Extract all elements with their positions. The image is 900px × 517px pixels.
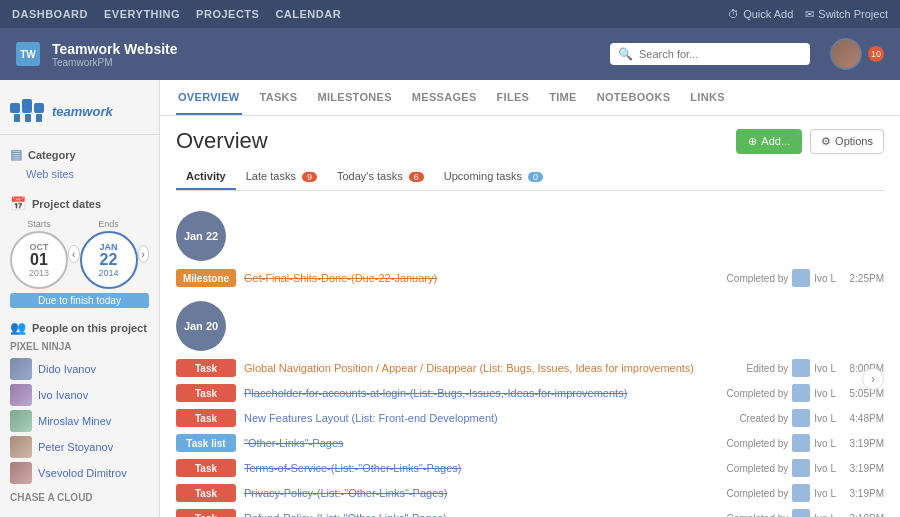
sidebar: teamwork ▤ Category Web sites 📅 Project …: [0, 80, 160, 517]
user-avatar[interactable]: [830, 38, 862, 70]
svg-rect-2: [34, 103, 44, 113]
tag-tasklist-4: Task list: [176, 434, 236, 452]
timeline-section-jan22: Jan 22 Milestone Get-Final-Shits-Done-(D…: [176, 203, 884, 289]
timeline-time-7: 3:19PM: [844, 513, 884, 518]
person-name-0: Dido Ivanov: [38, 363, 96, 375]
notification-badge[interactable]: 10: [868, 46, 884, 62]
add-button[interactable]: ⊕ Add...: [736, 129, 802, 154]
timeline-meta-5: Completed by Ivo L: [727, 459, 836, 477]
due-today-badge: Due to finish today: [10, 293, 149, 308]
date-nav-left[interactable]: ‹: [68, 245, 80, 263]
person-avatar-0: [10, 358, 32, 380]
timeline-avatar-5: [792, 459, 810, 477]
tab-time[interactable]: TIME: [547, 80, 578, 115]
person-item-2[interactable]: Miroslav Minev: [10, 408, 149, 434]
project-title-block: Teamwork Website TeamworkPM: [52, 41, 178, 68]
sidebar-dates-header: 📅 Project dates: [10, 196, 149, 211]
timeline-time-3: 4:48PM: [844, 413, 884, 424]
timeline-task-name-4[interactable]: "Other-Links"-Pages: [244, 437, 719, 449]
tab-links[interactable]: LINKS: [688, 80, 727, 115]
person-name-3: Peter Stoyanov: [38, 441, 113, 453]
tag-task-1: Task: [176, 359, 236, 377]
date-circles: Starts OCT 01 2013 ‹ Ends JAN 22 2014: [10, 219, 149, 289]
timeline-avatar-0: [792, 269, 810, 287]
timeline-meta-2: Completed by Ivo L: [727, 384, 836, 402]
person-avatar-1: [10, 384, 32, 406]
project-name: Teamwork Website: [52, 41, 178, 57]
timeline-meta-3: Created by Ivo L: [739, 409, 836, 427]
timeline-meta-1: Edited by Ivo L: [747, 359, 836, 377]
ends-label: Ends: [80, 219, 138, 229]
project-subtitle: TeamworkPM: [52, 57, 178, 68]
person-item-3[interactable]: Peter Stoyanov: [10, 434, 149, 460]
switch-project-button[interactable]: ✉ Switch Project: [805, 8, 888, 21]
sidebar-people-section: 👥 People on this project PIXEL NINJA Did…: [0, 314, 159, 513]
timeline-task-name-7[interactable]: Refund-Policy-(List:-"Other-Links"-Pages…: [244, 512, 719, 517]
timeline-time-5: 3:19PM: [844, 463, 884, 474]
activity-tab-late[interactable]: Late tasks 9: [236, 164, 327, 190]
quick-add-button[interactable]: ⏱ Quick Add: [728, 8, 793, 20]
search-input[interactable]: [639, 48, 802, 60]
person-avatar-2: [10, 410, 32, 432]
timeline-task-name-5[interactable]: Terms-of-Service-(List:-"Other-Links"-Pa…: [244, 462, 719, 474]
person-item-1[interactable]: Ivo Ivanov: [10, 382, 149, 408]
person-item-4[interactable]: Vsevolod Dimitrov: [10, 460, 149, 486]
timeline-time-2: 5:05PM: [844, 388, 884, 399]
main-layout: teamwork ▤ Category Web sites 📅 Project …: [0, 80, 900, 517]
timeline-task-name-2[interactable]: Placeholder-for-accounts-at-login-(List:…: [244, 387, 719, 399]
timeline-row-7: Task Refund-Policy-(List:-"Other-Links"-…: [176, 507, 884, 517]
tab-overview[interactable]: OVERVIEW: [176, 80, 242, 115]
tag-task-3: Task: [176, 409, 236, 427]
timeline-avatar-6: [792, 484, 810, 502]
timeline-task-name-1[interactable]: Global Navigation Position / Appear / Di…: [244, 362, 739, 374]
sidebar-item-web-sites[interactable]: Web sites: [0, 166, 159, 182]
activity-tab-activity[interactable]: Activity: [176, 164, 236, 190]
content-actions: ⊕ Add... ⚙ Options: [736, 129, 884, 154]
activity-tab-today[interactable]: Today's tasks 6: [327, 164, 434, 190]
timeline-task-name-0[interactable]: Get-Final-Shits-Done-(Due-22-January): [244, 272, 719, 284]
timeline-row-6: Task Privacy-Policy-(List:-"Other-Links"…: [176, 482, 884, 504]
options-button[interactable]: ⚙ Options: [810, 129, 884, 154]
tag-task-2: Task: [176, 384, 236, 402]
svg-rect-1: [22, 99, 32, 113]
page-title: Overview: [176, 128, 268, 154]
topnav-item-everything[interactable]: EVERYTHING: [104, 8, 180, 20]
tab-notebooks[interactable]: NOTEBOOKS: [595, 80, 673, 115]
end-date-circle: JAN 22 2014: [80, 231, 138, 289]
topnav-item-dashboard[interactable]: DASHBOARD: [12, 8, 88, 20]
content-body: Overview ⊕ Add... ⚙ Options Activity Lat…: [160, 116, 900, 517]
project-logo-icon: TW: [16, 42, 40, 66]
topnav-item-projects[interactable]: PROJECTS: [196, 8, 259, 20]
date-nav-right[interactable]: ›: [138, 245, 150, 263]
tab-messages[interactable]: MESSAGES: [410, 80, 479, 115]
tab-files[interactable]: FILES: [495, 80, 532, 115]
content-title-row: Overview ⊕ Add... ⚙ Options: [176, 128, 884, 154]
person-name-1: Ivo Ivanov: [38, 389, 88, 401]
timeline-meta-6: Completed by Ivo L: [727, 484, 836, 502]
tag-task-6: Task: [176, 484, 236, 502]
person-item-0[interactable]: Dido Ivanov: [10, 356, 149, 382]
tab-tasks[interactable]: TASKS: [258, 80, 300, 115]
tag-milestone: Milestone: [176, 269, 236, 287]
topnav-item-calendar[interactable]: CALENDAR: [275, 8, 341, 20]
timeline-avatar-1: [792, 359, 810, 377]
activity-tab-upcoming[interactable]: Upcoming tasks 0: [434, 164, 553, 190]
timeline-task-name-6[interactable]: Privacy-Policy-(List:-"Other-Links"-Page…: [244, 487, 719, 499]
sidebar-category-header: ▤ Category: [0, 143, 159, 166]
timeline-date-jan20: Jan 20: [176, 301, 226, 351]
person-name-2: Miroslav Minev: [38, 415, 111, 427]
timeline-meta-4: Completed by Ivo L: [727, 434, 836, 452]
timeline-time-6: 3:19PM: [844, 488, 884, 499]
tag-task-7: Task: [176, 509, 236, 517]
timeline-section-jan20: Jan 20 Task Global Navigation Position /…: [176, 293, 884, 517]
sidebar-logo-area: teamwork: [0, 88, 159, 135]
topnav-right: ⏱ Quick Add ✉ Switch Project: [728, 8, 888, 21]
timeline-task-name-3[interactable]: New Features Layout (List: Front-end Dev…: [244, 412, 731, 424]
start-date-circle: OCT 01 2013: [10, 231, 68, 289]
tab-milestones[interactable]: MILESTONES: [315, 80, 393, 115]
timeline-meta-7: Completed by Ivo L: [727, 509, 836, 517]
timeline-avatar-4: [792, 434, 810, 452]
tag-task-5: Task: [176, 459, 236, 477]
search-box[interactable]: 🔍: [610, 43, 810, 65]
timeline-next-button[interactable]: ›: [862, 368, 884, 390]
